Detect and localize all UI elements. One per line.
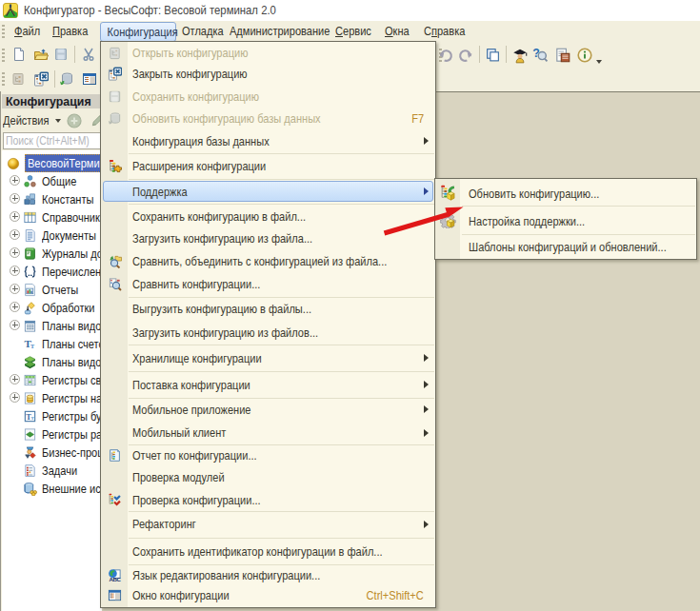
svg-text:т: т bbox=[30, 341, 35, 350]
svg-text:ABC: ABC bbox=[109, 576, 121, 582]
